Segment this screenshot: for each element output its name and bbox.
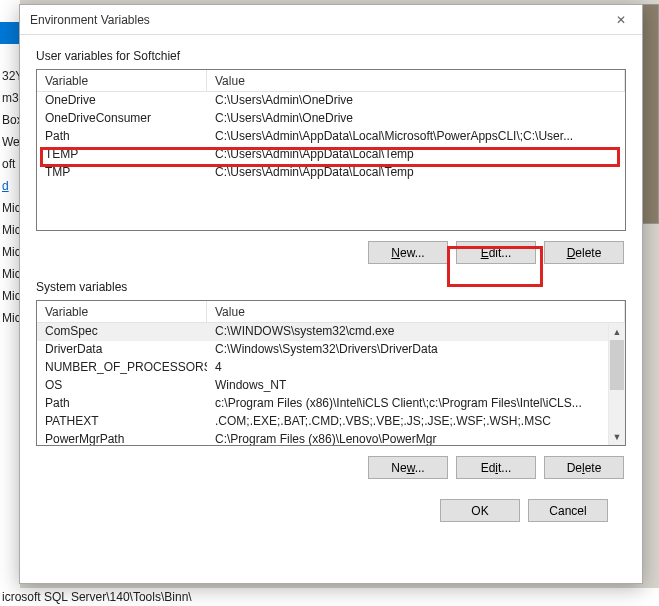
column-headers[interactable]: Variable Value	[37, 70, 625, 92]
table-row[interactable]: OneDriveConsumer C:\Users\Admin\OneDrive	[37, 110, 625, 128]
dialog-body: User variables for Softchief Variable Va…	[20, 35, 642, 534]
table-row[interactable]: PowerMgrPath C:\Program Files (x86)\Leno…	[37, 431, 625, 445]
system-vars-label: System variables	[36, 280, 626, 294]
cell-value: C:\Users\Admin\AppData\Local\Microsoft\P…	[207, 128, 625, 146]
bg-item: Mic	[0, 198, 20, 220]
cell-variable: Path	[37, 395, 207, 413]
bg-item: Wel	[0, 132, 20, 154]
cell-variable: Path	[37, 128, 207, 146]
bg-item: Mic	[0, 264, 20, 286]
cell-value: C:\Users\Admin\OneDrive	[207, 110, 625, 128]
bg-item: oft	[0, 154, 20, 176]
cell-variable: PATHEXT	[37, 413, 207, 431]
bg-item: Mic	[0, 220, 20, 242]
bg-item-link: d	[0, 176, 20, 198]
user-vars-list[interactable]: Variable Value OneDrive C:\Users\Admin\O…	[36, 69, 626, 231]
bg-item	[0, 0, 20, 22]
bg-item-selected	[0, 22, 20, 44]
cancel-button[interactable]: Cancel	[528, 499, 608, 522]
bg-item: 32Y	[0, 66, 20, 88]
env-vars-dialog: Environment Variables ✕ User variables f…	[19, 4, 643, 584]
table-row[interactable]: PATHEXT .COM;.EXE;.BAT;.CMD;.VBS;.VBE;.J…	[37, 413, 625, 431]
close-icon: ✕	[616, 13, 626, 27]
system-new-button[interactable]: New...	[368, 456, 448, 479]
bg-item: Box	[0, 110, 20, 132]
system-edit-button[interactable]: Edit...	[456, 456, 536, 479]
cell-value: C:\Program Files (x86)\Lenovo\PowerMgr	[207, 431, 625, 445]
table-row[interactable]: TEMP C:\Users\Admin\AppData\Local\Temp	[37, 146, 625, 164]
bg-item	[0, 44, 20, 66]
cell-value: 4	[207, 359, 625, 377]
ok-button[interactable]: OK	[440, 499, 520, 522]
cell-variable: OS	[37, 377, 207, 395]
cell-value: c:\Program Files (x86)\Intel\iCLS Client…	[207, 395, 625, 413]
cell-variable: ComSpec	[37, 323, 207, 341]
table-row[interactable]: ComSpec C:\WINDOWS\system32\cmd.exe	[37, 323, 625, 341]
table-row[interactable]: OneDrive C:\Users\Admin\OneDrive	[37, 92, 625, 110]
system-delete-button[interactable]: Delete	[544, 456, 624, 479]
bg-item: Mic	[0, 286, 20, 308]
table-row-path[interactable]: Path C:\Users\Admin\AppData\Local\Micros…	[37, 128, 625, 146]
column-headers[interactable]: Variable Value	[37, 301, 625, 323]
user-delete-button[interactable]: Delete	[544, 241, 624, 264]
cell-variable: TMP	[37, 164, 207, 182]
cell-value: Windows_NT	[207, 377, 625, 395]
cell-variable: TEMP	[37, 146, 207, 164]
col-variable[interactable]: Variable	[37, 70, 207, 91]
cell-variable: OneDriveConsumer	[37, 110, 207, 128]
cell-value: C:\Windows\System32\Drivers\DriverData	[207, 341, 625, 359]
cell-variable: NUMBER_OF_PROCESSORS	[37, 359, 207, 377]
bg-item: Mic	[0, 242, 20, 264]
system-button-row: New... Edit... Delete	[36, 456, 624, 479]
table-row[interactable]: Path c:\Program Files (x86)\Intel\iCLS C…	[37, 395, 625, 413]
user-rows: OneDrive C:\Users\Admin\OneDrive OneDriv…	[37, 92, 625, 230]
cell-value: C:\Users\Admin\AppData\Local\Temp	[207, 146, 625, 164]
background-image-strip	[641, 4, 659, 224]
background-path-text: icrosoft SQL Server\140\Tools\Binn\	[0, 588, 659, 606]
scroll-up-icon[interactable]: ▲	[609, 323, 625, 340]
bg-item: m3	[0, 88, 20, 110]
cell-variable: PowerMgrPath	[37, 431, 207, 445]
bg-item: Mic	[0, 308, 20, 330]
cell-variable: DriverData	[37, 341, 207, 359]
system-vars-list[interactable]: Variable Value ComSpec C:\WINDOWS\system…	[36, 300, 626, 446]
dialog-title: Environment Variables	[30, 13, 150, 27]
cell-value: C:\WINDOWS\system32\cmd.exe	[207, 323, 625, 341]
table-row[interactable]: TMP C:\Users\Admin\AppData\Local\Temp	[37, 164, 625, 182]
cell-value: C:\Users\Admin\OneDrive	[207, 92, 625, 110]
cell-variable: OneDrive	[37, 92, 207, 110]
col-value[interactable]: Value	[207, 301, 625, 322]
system-rows: ComSpec C:\WINDOWS\system32\cmd.exe Driv…	[37, 323, 625, 445]
user-edit-button[interactable]: Edit...	[456, 241, 536, 264]
background-list: 32Y m3 Box Wel oft d Mic Mic Mic Mic Mic…	[0, 0, 20, 606]
table-row[interactable]: OS Windows_NT	[37, 377, 625, 395]
user-new-button[interactable]: New...	[368, 241, 448, 264]
col-value[interactable]: Value	[207, 70, 625, 91]
cell-value: .COM;.EXE;.BAT;.CMD;.VBS;.VBE;.JS;.JSE;.…	[207, 413, 625, 431]
user-button-row: New... Edit... Delete	[36, 241, 624, 264]
user-vars-label: User variables for Softchief	[36, 49, 626, 63]
table-row[interactable]: NUMBER_OF_PROCESSORS 4	[37, 359, 625, 377]
dialog-footer: OK Cancel	[36, 495, 626, 522]
scroll-down-icon[interactable]: ▼	[609, 428, 625, 445]
titlebar: Environment Variables ✕	[20, 5, 642, 35]
close-button[interactable]: ✕	[600, 5, 642, 34]
table-row[interactable]: DriverData C:\Windows\System32\Drivers\D…	[37, 341, 625, 359]
cell-value: C:\Users\Admin\AppData\Local\Temp	[207, 164, 625, 182]
scrollbar[interactable]: ▲ ▼	[608, 323, 625, 445]
scroll-thumb[interactable]	[610, 340, 624, 390]
col-variable[interactable]: Variable	[37, 301, 207, 322]
